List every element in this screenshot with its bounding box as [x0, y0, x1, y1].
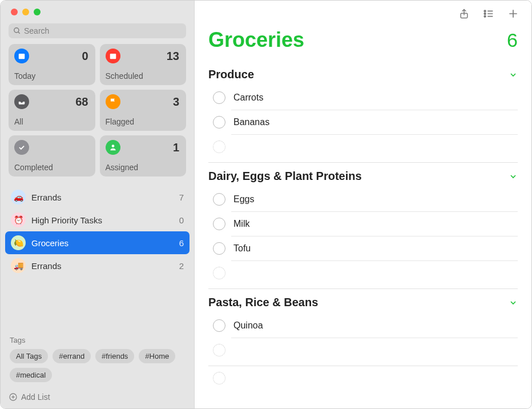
section-header-dairy[interactable]: Dairy, Eggs & Plant Proteins — [208, 170, 518, 183]
all-count: 68 — [75, 95, 88, 109]
list-content: Groceries 6 Produce Carrots Bananas — [195, 22, 531, 408]
svg-point-9 — [484, 10, 486, 12]
tag-errand[interactable]: #errand — [53, 349, 91, 363]
smart-list-all[interactable]: 68 All — [9, 90, 95, 131]
svg-rect-3 — [110, 54, 116, 59]
reminder-row[interactable]: Carrots — [211, 86, 518, 110]
calendar-icon — [106, 49, 120, 63]
flagged-count: 3 — [173, 95, 179, 109]
section-dairy: Dairy, Eggs & Plant Proteins Eggs Milk T… — [208, 170, 518, 289]
share-icon — [458, 7, 470, 20]
completed-label: Completed — [14, 163, 88, 172]
search-placeholder: Search — [24, 26, 49, 35]
toolbar — [195, 1, 531, 22]
complete-toggle[interactable] — [213, 319, 225, 332]
svg-point-11 — [484, 13, 486, 15]
section-title: Dairy, Eggs & Plant Proteins — [208, 170, 362, 183]
add-reminder-button[interactable] — [507, 7, 519, 20]
close-window-button[interactable] — [11, 9, 18, 15]
tray-icon — [14, 94, 29, 109]
smart-list-scheduled[interactable]: 13 Scheduled — [100, 44, 187, 85]
chevron-down-icon — [509, 172, 518, 181]
complete-toggle[interactable] — [213, 116, 225, 129]
list-icon — [482, 7, 495, 20]
section-title: Produce — [208, 68, 254, 81]
reminder-title[interactable]: Carrots — [233, 93, 518, 103]
reminder-row[interactable]: Quinoa — [211, 314, 518, 338]
all-label: All — [14, 117, 88, 126]
complete-toggle[interactable] — [213, 242, 225, 255]
new-reminder-placeholder[interactable] — [213, 344, 225, 356]
smart-list-today[interactable]: 0 Today — [9, 44, 95, 85]
sidebar-item-errands-2[interactable]: 🚚 Errands 2 — [5, 254, 190, 277]
smart-list-completed[interactable]: Completed — [9, 135, 95, 177]
tags-header: Tags — [10, 336, 185, 344]
reminder-row[interactable]: Bananas — [211, 110, 518, 134]
reminder-title[interactable]: Eggs — [233, 194, 518, 204]
new-reminder-placeholder[interactable] — [213, 141, 225, 153]
sidebar-item-groceries[interactable]: 🍋 Groceries 6 — [5, 231, 190, 254]
share-button[interactable] — [458, 7, 470, 20]
assigned-label: Assigned — [106, 163, 180, 172]
sidebar: Search 0 Today 13 Scheduled — [1, 1, 195, 408]
svg-point-4 — [111, 145, 114, 147]
reminder-row[interactable]: Milk — [211, 212, 518, 236]
section-title: Pasta, Rice & Beans — [208, 296, 318, 309]
scheduled-count: 13 — [167, 50, 179, 63]
sidebar-item-high-priority[interactable]: ⏰ High Priority Tasks 0 — [5, 208, 190, 231]
sidebar-item-errands[interactable]: 🚗 Errands 7 — [5, 186, 190, 208]
section-header-pasta[interactable]: Pasta, Rice & Beans — [208, 296, 518, 309]
tag-home[interactable]: #Home — [139, 349, 175, 363]
smart-list-flagged[interactable]: 3 Flagged — [100, 90, 187, 131]
section-header-produce[interactable]: Produce — [208, 68, 518, 81]
add-list-button[interactable]: Add List — [1, 387, 194, 408]
section-produce: Produce Carrots Bananas — [208, 68, 518, 163]
alarm-icon: ⏰ — [11, 212, 26, 227]
assigned-count: 1 — [173, 141, 179, 154]
reminder-row[interactable]: Tofu — [211, 236, 518, 260]
add-list-label: Add List — [21, 392, 50, 402]
reminder-title[interactable]: Bananas — [233, 117, 518, 127]
svg-line-1 — [18, 32, 20, 34]
reminder-title[interactable]: Tofu — [233, 243, 518, 254]
reminder-row[interactable]: Eggs — [211, 187, 518, 211]
chevron-down-icon — [509, 298, 518, 307]
new-reminder-row[interactable] — [211, 338, 518, 362]
new-reminder-placeholder[interactable] — [213, 267, 225, 279]
complete-toggle[interactable] — [213, 91, 225, 104]
smart-list-assigned[interactable]: 1 Assigned — [100, 135, 187, 177]
today-count: 0 — [82, 50, 88, 63]
view-options-button[interactable] — [482, 7, 495, 20]
new-reminder-row[interactable] — [211, 261, 518, 285]
complete-toggle[interactable] — [213, 193, 225, 206]
new-reminder-row[interactable] — [211, 366, 518, 390]
today-label: Today — [14, 71, 88, 81]
svg-point-13 — [484, 15, 486, 17]
person-icon — [106, 140, 120, 155]
flag-icon — [106, 94, 120, 109]
chevron-down-icon — [509, 70, 518, 79]
tag-medical[interactable]: #medical — [10, 368, 52, 382]
new-reminder-placeholder[interactable] — [213, 372, 225, 384]
plus-circle-icon — [9, 392, 18, 402]
plus-icon — [507, 8, 519, 19]
tag-all[interactable]: All Tags — [10, 349, 48, 363]
list-header: Groceries 6 — [208, 28, 518, 52]
reminder-title[interactable]: Milk — [233, 219, 518, 229]
my-lists: 🚗 Errands 7 ⏰ High Priority Tasks 0 🍋 Gr… — [1, 183, 194, 330]
scheduled-label: Scheduled — [106, 71, 180, 81]
new-reminder-row[interactable] — [211, 135, 518, 159]
reminder-title[interactable]: Quinoa — [233, 320, 518, 331]
fullscreen-window-button[interactable] — [34, 9, 41, 15]
complete-toggle[interactable] — [213, 218, 225, 230]
checkmark-icon — [14, 140, 29, 155]
search-input[interactable]: Search — [9, 23, 186, 38]
list-title: Groceries — [208, 28, 304, 52]
search-icon — [13, 27, 21, 35]
tag-friends[interactable]: #friends — [95, 349, 134, 363]
calendar-icon — [14, 49, 29, 63]
lemon-icon: 🍋 — [11, 235, 26, 250]
tags-section: Tags All Tags #errand #friends #Home #me… — [1, 330, 194, 387]
window-controls — [1, 1, 194, 21]
minimize-window-button[interactable] — [22, 9, 29, 15]
